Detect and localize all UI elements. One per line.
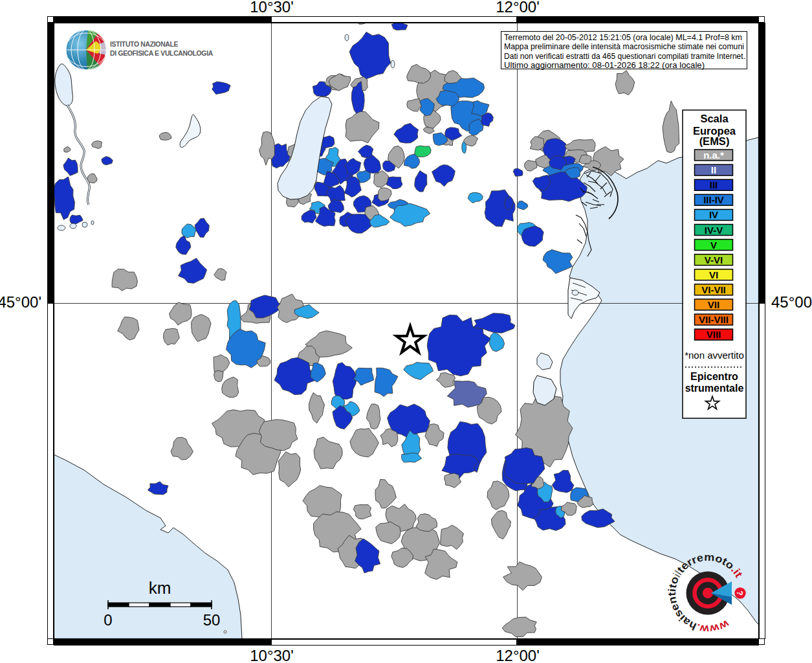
svg-text:VI: VI (709, 269, 718, 280)
svg-text:V-VI: V-VI (705, 254, 723, 265)
svg-text:Epicentro: Epicentro (690, 371, 738, 382)
svg-text:III: III (710, 179, 718, 190)
svg-text:IV-V: IV-V (705, 225, 723, 236)
svg-text:n.a.*: n.a.* (703, 150, 724, 161)
svg-text:km: km (149, 578, 171, 598)
svg-text:Mappa preliminare delle intens: Mappa preliminare delle intensità macros… (504, 41, 744, 51)
svg-text:strumentale: strumentale (685, 383, 744, 394)
svg-text:VII-VIII: VII-VIII (699, 314, 729, 325)
svg-text:DI GEOFISICA E VULCANOLOGIA: DI GEOFISICA E VULCANOLOGIA (110, 50, 214, 57)
svg-text:12°00': 12°00' (496, 0, 540, 16)
svg-text:45°00': 45°00' (0, 293, 41, 311)
svg-text:10°30': 10°30' (250, 647, 294, 663)
svg-text:12°00': 12°00' (496, 647, 540, 663)
svg-text:Scala: Scala (700, 113, 729, 124)
svg-text:II: II (711, 164, 716, 175)
svg-text:III-IV: III-IV (703, 194, 724, 205)
svg-text:Ultimo aggiornamento: 08-01-20: Ultimo aggiornamento: 08-01-2026 18:22 (… (504, 60, 705, 70)
svg-text:0: 0 (104, 611, 112, 629)
svg-text:?: ? (735, 590, 744, 596)
svg-text:VI-VII: VI-VII (701, 284, 726, 295)
svg-text:VIII: VIII (707, 329, 721, 340)
svg-text:45°00': 45°00' (771, 293, 812, 311)
svg-text:10°30': 10°30' (250, 0, 294, 16)
svg-text:Terremoto del 20-05-2012 15:21: Terremoto del 20-05-2012 15:21:05 (ora l… (504, 32, 742, 42)
svg-text:ISTITUTO NAZIONALE: ISTITUTO NAZIONALE (110, 41, 179, 48)
svg-text:(EMS): (EMS) (699, 135, 730, 147)
svg-text:VII: VII (708, 299, 719, 310)
svg-text:*non avvertito: *non avvertito (685, 350, 744, 361)
svg-text:V: V (710, 240, 717, 251)
svg-text:IV: IV (709, 209, 718, 220)
svg-text:50: 50 (203, 611, 221, 629)
svg-text:Dati non verificati estratti d: Dati non verificati estratti da 465 ques… (504, 51, 745, 61)
